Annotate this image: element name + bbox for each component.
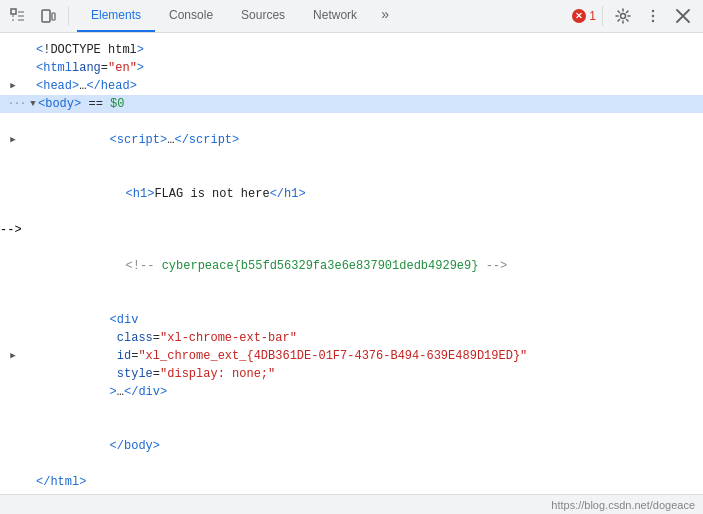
devtools-toolbar: Elements Console Sources Network » ✕ 1	[0, 0, 703, 33]
more-options-button[interactable]	[639, 2, 667, 30]
svg-point-3	[621, 14, 626, 19]
settings-button[interactable]	[609, 2, 637, 30]
line-comment: <!-- cyberpeace{b55fd56329fa3e6e837901de…	[0, 239, 703, 293]
svg-rect-0	[11, 9, 16, 14]
device-toolbar-button[interactable]	[34, 2, 62, 30]
code-area: <!DOCTYPE html> <html lang="en"> ▶ <head…	[0, 37, 703, 494]
devtools-tabs: Elements Console Sources Network »	[77, 0, 399, 32]
inspect-element-button[interactable]	[4, 2, 32, 30]
toolbar-left	[0, 2, 77, 30]
tab-network[interactable]: Network	[299, 0, 371, 32]
line-doctype: <!DOCTYPE html>	[0, 41, 703, 59]
line-h1: <h1>FLAG is not here</h1>	[0, 167, 703, 221]
div-expand-arrow[interactable]: ▶	[8, 351, 18, 361]
tab-elements[interactable]: Elements	[77, 0, 155, 32]
head-expand-arrow[interactable]: ▶	[8, 81, 18, 91]
error-badge: ✕ 1	[572, 9, 596, 23]
devtools-content: <!DOCTYPE html> <html lang="en"> ▶ <head…	[0, 33, 703, 494]
line-html-close: </html>	[0, 473, 703, 491]
line-body-open: ··· ▼ <body> == $0	[0, 95, 703, 113]
line-body-close: </body>	[0, 419, 703, 473]
svg-point-5	[652, 15, 654, 17]
line-head: ▶ <head>…</head>	[0, 77, 703, 95]
script-expand-arrow[interactable]: ▶	[8, 135, 18, 145]
toolbar-right: ✕ 1	[566, 2, 703, 30]
tab-sources[interactable]: Sources	[227, 0, 299, 32]
line-html-open: <html lang="en">	[0, 59, 703, 77]
statusbar: https://blog.csdn.net/dogeace	[0, 494, 703, 514]
error-circle: ✕	[572, 9, 586, 23]
body-expand-arrow[interactable]: ▼	[28, 99, 38, 109]
svg-rect-1	[42, 10, 50, 22]
tab-console[interactable]: Console	[155, 0, 227, 32]
toolbar-divider	[68, 6, 69, 26]
toolbar-divider-2	[602, 6, 603, 26]
statusbar-url: https://blog.csdn.net/dogeace	[551, 499, 695, 511]
svg-rect-2	[52, 13, 55, 20]
svg-point-4	[652, 10, 654, 12]
line-script: ▶ <script>…</script>	[0, 113, 703, 167]
svg-point-6	[652, 20, 654, 22]
close-devtools-button[interactable]	[669, 2, 697, 30]
line-div: ▶ <div class="xl-chrome-ext-bar" id="xl_…	[0, 293, 703, 419]
more-tabs-button[interactable]: »	[371, 0, 399, 28]
